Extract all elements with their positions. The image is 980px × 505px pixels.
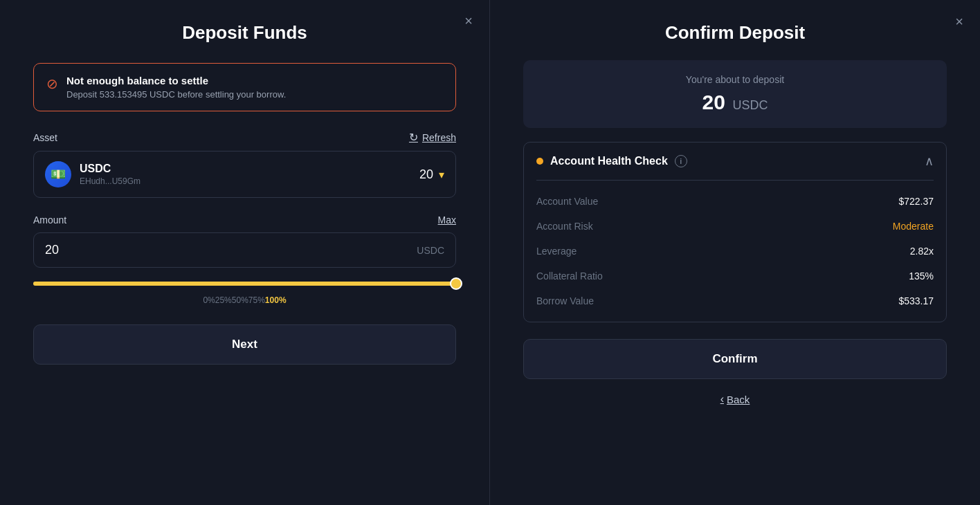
health-row-label-collateral: Collateral Ratio <box>536 270 603 282</box>
asset-section-row: Asset ↻ Refresh <box>33 131 456 144</box>
screen: × Deposit Funds ⊘ Not enough balance to … <box>0 0 980 505</box>
asset-address: EHudh...U59Gm <box>80 176 140 186</box>
refresh-icon: ↻ <box>409 131 418 144</box>
next-button[interactable]: Next <box>33 324 456 365</box>
confirm-deposit-panel: × Confirm Deposit You're about to deposi… <box>490 0 980 505</box>
asset-name: USDC <box>80 163 140 175</box>
health-row-label-account-risk: Account Risk <box>536 221 593 232</box>
health-row-collateral: Collateral Ratio 135% <box>536 264 934 288</box>
refresh-label: Refresh <box>422 132 456 143</box>
asset-icon: 💵 <box>45 161 71 187</box>
deposit-funds-panel: × Deposit Funds ⊘ Not enough balance to … <box>0 0 490 505</box>
amount-value: 20 <box>45 243 59 257</box>
right-panel-title: Confirm Deposit <box>665 22 805 44</box>
health-row-account-value: Account Value $722.37 <box>536 189 934 214</box>
health-dot <box>536 158 543 165</box>
slider-container[interactable] <box>33 282 456 286</box>
chevron-up-icon: ∧ <box>925 154 934 169</box>
alert-box: ⊘ Not enough balance to settle Deposit 5… <box>33 63 456 111</box>
deposit-about: You're about to deposit <box>537 74 933 85</box>
deposit-summary: You're about to deposit 20 USDC <box>523 60 947 128</box>
asset-label: Asset <box>33 132 57 143</box>
asset-info: USDC EHudh...U59Gm <box>80 163 140 186</box>
slider-label-25: 25% <box>215 295 232 305</box>
health-row-label-leverage: Leverage <box>536 246 577 257</box>
health-check-section: Account Health Check i ∧ Account Value $… <box>523 142 947 322</box>
health-row-value-borrow: $533.17 <box>898 295 934 306</box>
slider-label-75: 75% <box>248 295 265 305</box>
health-check-header[interactable]: Account Health Check i ∧ <box>524 143 946 180</box>
max-button[interactable]: Max <box>438 214 456 226</box>
confirm-button[interactable]: Confirm <box>523 339 947 379</box>
amount-unit: USDC <box>417 245 444 256</box>
alert-icon: ⊘ <box>46 75 58 92</box>
info-icon[interactable]: i <box>675 155 687 167</box>
health-row-value-account-value: $722.37 <box>898 196 934 207</box>
alert-text: Not enough balance to settle Deposit 533… <box>66 75 286 100</box>
deposit-amount-row: 20 USDC <box>537 91 933 114</box>
slider-thumb[interactable] <box>450 277 462 290</box>
asset-amount-row: 20 ▾ <box>419 167 444 182</box>
left-panel-title: Deposit Funds <box>182 22 307 44</box>
alert-title: Not enough balance to settle <box>66 75 286 86</box>
slider-label-100: 100% <box>265 295 287 305</box>
deposit-unit: USDC <box>732 98 768 112</box>
health-row-borrow: Borrow Value $533.17 <box>536 288 934 313</box>
slider-labels: 0% 25% 50% 75% 100% <box>203 295 286 305</box>
amount-input-box[interactable]: 20 USDC <box>33 232 456 268</box>
health-row-label-borrow: Borrow Value <box>536 295 594 306</box>
left-close-button[interactable]: × <box>464 14 473 28</box>
right-close-button[interactable]: × <box>955 14 963 30</box>
slider-label-0: 0% <box>203 295 215 305</box>
refresh-button[interactable]: ↻ Refresh <box>409 131 456 144</box>
health-check-title: Account Health Check <box>550 155 668 167</box>
chevron-down-icon: ▾ <box>439 168 444 181</box>
slider-fill <box>33 282 456 286</box>
back-button[interactable]: ‹ Back <box>720 393 750 405</box>
health-row-value-account-risk: Moderate <box>893 221 934 232</box>
deposit-amount: 20 <box>702 91 725 113</box>
health-row-leverage: Leverage 2.82x <box>536 239 934 264</box>
slider-track <box>33 282 456 286</box>
health-rows: Account Value $722.37 Account Risk Moder… <box>524 181 946 322</box>
health-row-account-risk: Account Risk Moderate <box>536 214 934 239</box>
health-row-value-collateral: 135% <box>909 270 934 282</box>
amount-section-row: Amount Max <box>33 214 456 226</box>
amount-label: Amount <box>33 214 66 226</box>
slider-label-50: 50% <box>232 295 248 305</box>
health-header-left: Account Health Check i <box>536 155 687 167</box>
health-row-value-leverage: 2.82x <box>910 246 934 257</box>
alert-subtitle: Deposit 533.153495 USDC before settling … <box>66 89 286 100</box>
back-label: Back <box>727 394 750 405</box>
asset-amount: 20 <box>419 167 433 182</box>
asset-selector[interactable]: 💵 USDC EHudh...U59Gm 20 ▾ <box>33 151 456 198</box>
health-row-label-account-value: Account Value <box>536 196 598 207</box>
back-chevron-icon: ‹ <box>720 393 724 405</box>
asset-left: 💵 USDC EHudh...U59Gm <box>45 161 140 187</box>
